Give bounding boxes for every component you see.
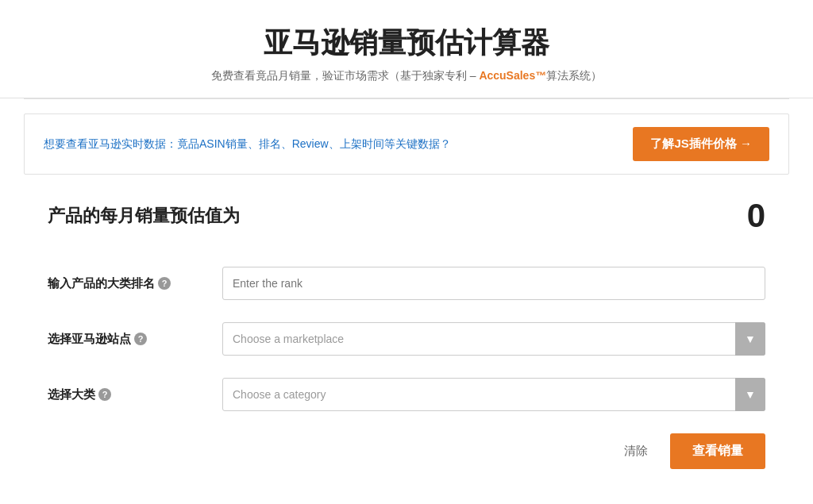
result-label: 产品的每月销量预估值为 [48,204,240,228]
banner: 想要查看亚马逊实时数据：竟品ASIN销量、排名、Review、上架时间等关键数据… [24,113,789,175]
main-content: 产品的每月销量预估值为 0 输入产品的大类排名 ? 选择亚马逊站点 ? Choo [0,189,813,493]
subtitle-post: 算法系统） [546,69,602,82]
marketplace-select-wrapper: Choose a marketplace ▼ [222,322,765,356]
page-title: 亚马逊销量预估计算器 [16,24,797,63]
result-value: 0 [747,197,765,235]
action-row: 清除 查看销量 [48,433,765,469]
rank-row: 输入产品的大类排名 ? [48,267,765,300]
marketplace-select[interactable]: Choose a marketplace [222,322,765,356]
rank-help-icon[interactable]: ? [158,277,171,290]
subtitle-pre: 免费查看竟品月销量，验证市场需求（基于独家专利 – [211,69,480,82]
category-label: 选择大类 ? [48,387,222,402]
clear-button[interactable]: 清除 [615,437,657,465]
rank-input[interactable] [222,267,765,300]
rank-field [222,267,765,300]
marketplace-help-icon[interactable]: ? [134,333,147,345]
marketplace-row: 选择亚马逊站点 ? Choose a marketplace ▼ [48,322,765,356]
marketplace-field: Choose a marketplace ▼ [222,322,765,356]
header-divider [24,98,789,99]
submit-button[interactable]: 查看销量 [670,433,765,469]
category-help-icon[interactable]: ? [98,388,111,401]
brand-name: AccuSales™ [479,69,546,82]
category-select-wrapper: Choose a category ▼ [222,378,765,411]
header: 亚马逊销量预估计算器 免费查看竟品月销量，验证市场需求（基于独家专利 – Acc… [0,0,813,98]
result-row: 产品的每月销量预估值为 0 [48,197,765,243]
js-plugin-button[interactable]: 了解JS插件价格 → [633,127,769,161]
page-wrapper: 亚马逊销量预估计算器 免费查看竟品月销量，验证市场需求（基于独家专利 – Acc… [0,0,813,493]
marketplace-label: 选择亚马逊站点 ? [48,332,222,347]
category-field: Choose a category ▼ [222,378,765,411]
category-select[interactable]: Choose a category [222,378,765,411]
category-row: 选择大类 ? Choose a category ▼ [48,378,765,411]
rank-label: 输入产品的大类排名 ? [48,276,222,291]
subtitle: 免费查看竟品月销量，验证市场需求（基于独家专利 – AccuSales™算法系统… [16,69,797,83]
banner-text: 想要查看亚马逊实时数据：竟品ASIN销量、排名、Review、上架时间等关键数据… [44,137,451,152]
